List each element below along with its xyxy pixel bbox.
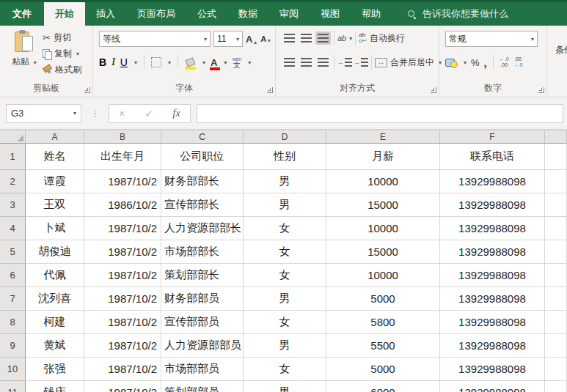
cell-E8[interactable]: 5800	[326, 311, 440, 334]
cell-B1[interactable]: 出生年月	[84, 144, 161, 170]
cell-A3[interactable]: 王双	[26, 193, 84, 217]
underline-button[interactable]: U	[120, 56, 128, 68]
tab-help[interactable]: 帮助	[351, 2, 392, 26]
row-header-4[interactable]: 4	[0, 217, 26, 240]
chevron-down-icon[interactable]: ▾	[224, 59, 227, 66]
cell-D9[interactable]: 男	[244, 334, 326, 358]
tell-me-search[interactable]: 告诉我你想要做什么	[408, 2, 508, 26]
cell-F10[interactable]: 13929988098	[440, 358, 545, 381]
tab-data[interactable]: 数据	[227, 2, 268, 26]
align-middle-button[interactable]	[299, 32, 314, 45]
number-dialog-launcher[interactable]	[538, 87, 544, 93]
phonetic-guide-button[interactable]: wén 文	[232, 56, 241, 69]
cell-B8[interactable]: 1987/10/2	[84, 311, 161, 334]
chevron-down-icon[interactable]: ▾	[168, 59, 171, 66]
align-left-button[interactable]	[282, 56, 297, 69]
cell-E3[interactable]: 15000	[326, 193, 440, 217]
formula-input[interactable]	[197, 104, 563, 123]
row-header-10[interactable]: 10	[0, 358, 26, 381]
chevron-down-icon[interactable]: ▾	[134, 59, 137, 66]
cell-G1[interactable]	[545, 144, 567, 170]
cell-C8[interactable]: 宣传部部员	[161, 311, 244, 334]
row-header-11[interactable]: 11	[0, 381, 26, 392]
increase-indent-button[interactable]: →	[354, 58, 368, 67]
cell-E4[interactable]: 10000	[326, 217, 440, 240]
cell-C5[interactable]: 市场部部长	[161, 240, 244, 264]
cell-G5[interactable]	[545, 240, 567, 264]
row-header-8[interactable]: 8	[0, 311, 26, 334]
select-all-corner[interactable]	[0, 130, 26, 144]
cell-G3[interactable]	[545, 193, 567, 217]
cell-G8[interactable]	[545, 311, 567, 334]
cell-D1[interactable]: 性别	[244, 144, 326, 170]
cell-E9[interactable]: 5500	[326, 334, 440, 358]
cell-B9[interactable]: 1987/10/2	[84, 334, 161, 358]
cell-B10[interactable]: 1987/10/2	[84, 358, 161, 381]
cell-A7[interactable]: 沈列喜	[26, 287, 84, 311]
tab-home[interactable]: 开始	[44, 2, 85, 26]
merge-center-button[interactable]: ↔ 合并后居中 ▾	[375, 56, 442, 69]
cell-E10[interactable]: 5000	[326, 358, 440, 381]
cell-E7[interactable]: 5000	[326, 287, 440, 311]
number-format-combo[interactable]: 常规 ▾	[445, 31, 538, 47]
cell-D11[interactable]: 男	[244, 381, 326, 392]
wrap-text-button[interactable]: abc↩ 自动换行	[359, 32, 405, 45]
cell-A11[interactable]: 钱庆	[26, 381, 84, 392]
column-header-C[interactable]: C	[161, 130, 244, 144]
cell-A10[interactable]: 张强	[26, 358, 84, 381]
column-header-A[interactable]: A	[26, 130, 84, 144]
decrease-decimal-button[interactable]: .00→.0	[513, 56, 523, 67]
accounting-format-button[interactable]	[445, 58, 458, 67]
cell-G6[interactable]	[545, 264, 567, 287]
clipboard-dialog-launcher[interactable]	[84, 87, 90, 93]
cell-C2[interactable]: 财务部部长	[161, 170, 244, 193]
row-header-5[interactable]: 5	[0, 240, 26, 264]
cell-G11[interactable]	[545, 381, 567, 392]
cell-C3[interactable]: 宣传部部长	[161, 193, 244, 217]
cell-F8[interactable]: 13929988098	[440, 311, 545, 334]
chevron-down-icon[interactable]: ▾	[349, 35, 352, 42]
row-header-6[interactable]: 6	[0, 264, 26, 287]
chevron-down-icon[interactable]: ▾	[202, 59, 205, 66]
row-header-2[interactable]: 2	[0, 170, 26, 193]
cell-F5[interactable]: 13929988098	[440, 240, 545, 264]
cut-button[interactable]: ✂ 剪切	[43, 32, 81, 44]
cell-D5[interactable]: 女	[244, 240, 326, 264]
cell-A8[interactable]: 柯建	[26, 311, 84, 334]
column-header-E[interactable]: E	[326, 130, 440, 144]
cell-C9[interactable]: 人力资源部部员	[161, 334, 244, 358]
cell-C11[interactable]: 策划部部员	[161, 381, 244, 392]
cell-F2[interactable]: 13929988098	[440, 170, 545, 193]
cell-F1[interactable]: 联系电话	[440, 144, 545, 170]
cell-E1[interactable]: 月薪	[326, 144, 440, 170]
tab-file[interactable]: 文件	[0, 2, 44, 26]
cell-E11[interactable]: 6000	[326, 381, 440, 392]
grow-font-button[interactable]: A▲	[246, 34, 257, 45]
tab-insert[interactable]: 插入	[85, 2, 126, 26]
decrease-indent-button[interactable]: ←	[337, 58, 352, 67]
cell-D8[interactable]: 女	[244, 311, 326, 334]
cell-C1[interactable]: 公司职位	[161, 144, 244, 170]
cell-D3[interactable]: 男	[244, 193, 326, 217]
cell-D4[interactable]: 女	[244, 217, 326, 240]
column-header-B[interactable]: B	[84, 130, 161, 144]
name-box[interactable]: G3 ▾	[6, 104, 81, 123]
cell-G4[interactable]	[545, 217, 567, 240]
cell-A9[interactable]: 黄斌	[26, 334, 84, 358]
comma-style-button[interactable]: ,	[484, 56, 487, 69]
cell-B7[interactable]: 1987/10/2	[84, 287, 161, 311]
enter-button[interactable]: ✓	[145, 108, 153, 119]
cancel-button[interactable]: ×	[119, 108, 125, 119]
alignment-dialog-launcher[interactable]	[431, 87, 436, 93]
align-bottom-button[interactable]	[315, 32, 331, 45]
cell-G7[interactable]	[545, 287, 567, 311]
cell-B3[interactable]: 1986/10/2	[84, 193, 161, 217]
cell-F4[interactable]: 13929988098	[440, 217, 545, 240]
cell-D7[interactable]: 男	[244, 287, 326, 311]
tab-page-layout[interactable]: 页面布局	[126, 2, 186, 26]
insert-function-button[interactable]: fx	[173, 108, 180, 119]
increase-decimal-button[interactable]: ←.0.00	[500, 56, 509, 67]
font-dialog-launcher[interactable]	[267, 87, 273, 93]
column-header-D[interactable]: D	[244, 130, 326, 144]
align-top-button[interactable]	[282, 32, 297, 45]
